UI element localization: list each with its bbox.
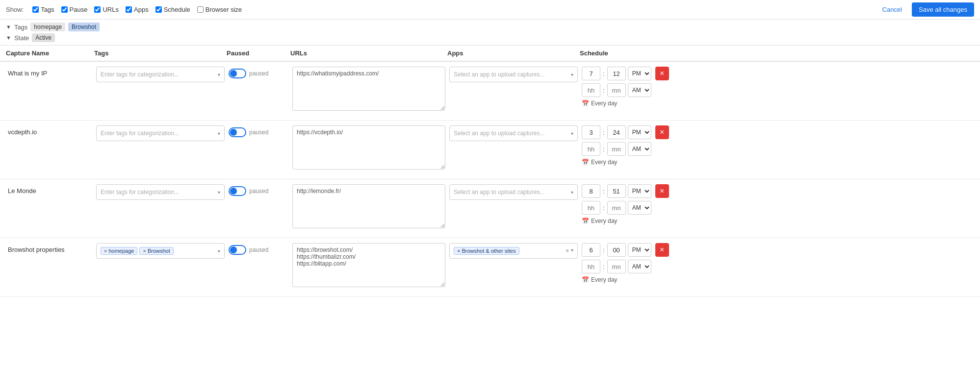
filter-row: ▼ Tags homepage Browshot ▼ State Active [0, 20, 980, 46]
pause-toggle-4[interactable] [229, 245, 246, 255]
table-row: Browshot properties × homepage × Browsho… [0, 238, 980, 297]
capture-name-1: What is my IP [6, 67, 94, 77]
chevron-down-icon: ▾ [218, 190, 220, 195]
filter-browser-size[interactable]: Browser size [197, 6, 242, 13]
chevron-down-icon: ▾ [218, 72, 220, 77]
paused-cell-1: paused [227, 67, 290, 78]
filter-apps[interactable]: Apps [126, 6, 149, 13]
paused-cell-2: paused [227, 125, 290, 137]
schedule-ampm-2b[interactable]: AMPM [628, 142, 651, 156]
tags-input-4[interactable]: × homepage × Browshot ▾ [96, 243, 225, 259]
schedule-min-2b[interactable] [607, 142, 626, 156]
delete-schedule-2[interactable]: × [655, 125, 669, 139]
schedule-min-4[interactable] [607, 243, 626, 257]
show-filters: Show: Tags Pause URLs Apps Schedule Brow… [6, 6, 242, 13]
schedule-ampm-3[interactable]: PMAM [628, 184, 651, 198]
filter-tags[interactable]: Tags [32, 6, 54, 13]
tags-cell-1: Enter tags for categorization... ▾ [94, 67, 227, 82]
remove-app-badge[interactable]: × [457, 248, 460, 254]
schedule-hour-3[interactable] [582, 184, 600, 198]
top-bar: Show: Tags Pause URLs Apps Schedule Brow… [0, 0, 980, 20]
schedule-cell-2: : PMAM × : AMPM 📅 Every day [580, 125, 974, 166]
save-button[interactable]: Save all changes [912, 2, 974, 17]
urls-cell-2: https://vcdepth.io/ [290, 125, 447, 171]
tag-chip-browshot: Browshot [68, 23, 100, 31]
recurrence-2: 📅 Every day [582, 159, 972, 166]
schedule-ampm-1b[interactable]: AMPM [628, 83, 651, 97]
app-select-4[interactable]: × Browshot & other sites × ▾ [449, 243, 578, 259]
table-row: vcdepth.io Enter tags for categorization… [0, 121, 980, 179]
schedule-ampm-4[interactable]: PMAM [628, 243, 651, 257]
schedule-hour-4[interactable] [582, 243, 600, 257]
tags-cell-2: Enter tags for categorization... ▾ [94, 125, 227, 141]
pause-toggle-3[interactable] [229, 186, 246, 196]
cancel-button[interactable]: Cancel [877, 3, 908, 16]
schedule-ampm-4b[interactable]: AMPM [628, 260, 651, 273]
delete-schedule-1[interactable]: × [655, 67, 669, 80]
delete-schedule-3[interactable]: × [655, 184, 669, 198]
schedule-hour-1b[interactable] [582, 83, 600, 97]
table-header: Capture Name Tags Paused URLs Apps Sched… [0, 46, 980, 62]
schedule-hour-4b[interactable] [582, 260, 600, 273]
tag-badge-homepage: × homepage [101, 247, 137, 255]
schedule-cell-4: : PMAM × : AMPM 📅 Every day [580, 243, 974, 283]
schedule-min-1b[interactable] [607, 83, 626, 97]
app-select-3[interactable]: Select an app to upload captures... ▾ [449, 184, 578, 200]
delete-schedule-4[interactable]: × [655, 243, 669, 257]
tags-input-1[interactable]: Enter tags for categorization... ▾ [96, 67, 225, 82]
apps-cell-1: Select an app to upload captures... ▾ [447, 67, 580, 82]
schedule-min-4b[interactable] [607, 260, 626, 273]
url-input-1[interactable]: https://whatismyipaddress.com/ [292, 67, 445, 111]
app-select-1[interactable]: Select an app to upload captures... ▾ [449, 67, 578, 82]
calendar-icon: 📅 [582, 159, 589, 166]
chevron-down-icon: ▾ [571, 190, 573, 195]
show-label: Show: [6, 6, 24, 13]
schedule-ampm-2[interactable]: PMAM [628, 125, 651, 139]
calendar-icon: 📅 [582, 218, 589, 224]
table-row: What is my IP Enter tags for categorizat… [0, 62, 980, 121]
pause-toggle-2[interactable] [229, 127, 246, 137]
calendar-icon: 📅 [582, 276, 589, 283]
url-input-4[interactable]: https://browshot.com/ https://thumbalizr… [292, 243, 445, 287]
schedule-hour-2b[interactable] [582, 142, 600, 156]
apps-cell-4: × Browshot & other sites × ▾ [447, 243, 580, 259]
schedule-min-1[interactable] [607, 67, 626, 80]
schedule-min-3[interactable] [607, 184, 626, 198]
schedule-min-3b[interactable] [607, 201, 626, 215]
schedule-hour-2[interactable] [582, 125, 600, 139]
schedule-hour-1[interactable] [582, 67, 600, 80]
clear-icon[interactable]: × [566, 247, 569, 254]
col-capture-name: Capture Name [6, 49, 94, 57]
url-input-3[interactable]: http://lemonde.fr/ [292, 184, 445, 228]
col-schedule: Schedule [580, 49, 974, 57]
tags-filter-label: Tags [14, 24, 27, 31]
filter-schedule[interactable]: Schedule [155, 6, 190, 13]
state-chip-active: Active [32, 33, 55, 42]
calendar-icon: 📅 [582, 100, 589, 107]
paused-cell-4: paused [227, 243, 290, 255]
schedule-cell-1: : PMAM × : AMPM 📅 Every day [580, 67, 974, 107]
url-input-2[interactable]: https://vcdepth.io/ [292, 125, 445, 170]
state-filter-icon: ▼ [6, 35, 11, 41]
filter-urls[interactable]: URLs [94, 6, 119, 13]
tags-input-2[interactable]: Enter tags for categorization... ▾ [96, 125, 225, 141]
apps-cell-2: Select an app to upload captures... ▾ [447, 125, 580, 141]
schedule-ampm-3b[interactable]: AMPM [628, 201, 651, 215]
tags-filter-line: ▼ Tags homepage Browshot [6, 23, 974, 31]
state-filter-label: State [14, 34, 29, 42]
urls-cell-3: http://lemonde.fr/ [290, 184, 447, 230]
schedule-hour-3b[interactable] [582, 201, 600, 215]
paused-cell-3: paused [227, 184, 290, 196]
tag-badge-browshot: × Browshot [139, 247, 173, 255]
app-select-2[interactable]: Select an app to upload captures... ▾ [449, 125, 578, 141]
recurrence-3: 📅 Every day [582, 218, 972, 224]
chevron-down-icon: ▾ [571, 131, 573, 136]
filter-pause[interactable]: Pause [61, 6, 88, 13]
paused-label-2: paused [249, 129, 268, 136]
pause-toggle-1[interactable] [229, 69, 246, 78]
schedule-min-2[interactable] [607, 125, 626, 139]
schedule-ampm-1[interactable]: PMAM [628, 67, 651, 80]
remove-tag-homepage[interactable]: × [104, 248, 107, 254]
tags-input-3[interactable]: Enter tags for categorization... ▾ [96, 184, 225, 200]
remove-tag-browshot[interactable]: × [143, 248, 146, 254]
